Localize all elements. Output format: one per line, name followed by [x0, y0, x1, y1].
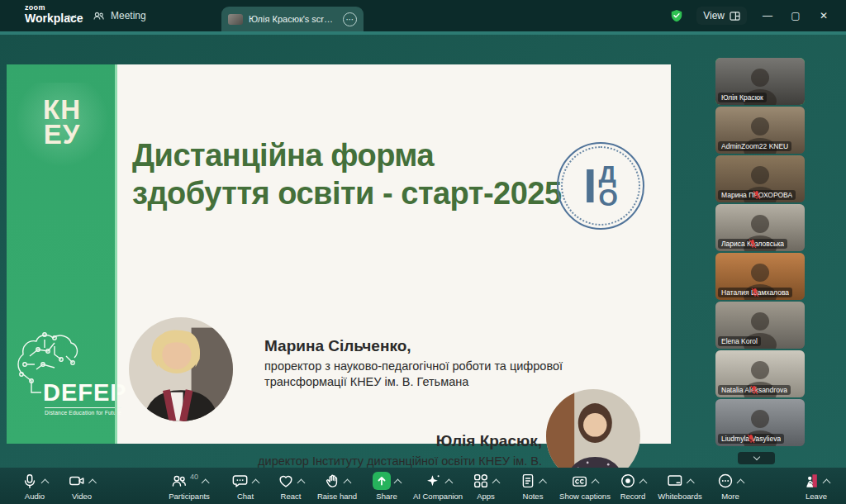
- participant-name: Юлія Красюк: [721, 93, 763, 102]
- toolbar-item-more[interactable]: More: [717, 472, 744, 501]
- defep-name: DEFEP: [43, 379, 127, 407]
- toolbar-item-notes[interactable]: Notes: [520, 472, 546, 501]
- toolbar-label-video: Video: [69, 492, 96, 501]
- heart-icon: [278, 473, 294, 489]
- participant-tile[interactable]: Elena Korol: [715, 302, 805, 349]
- mic-muted-icon: [718, 239, 787, 249]
- more-dots-icon: [717, 473, 734, 489]
- toolbar-item-react[interactable]: React: [278, 472, 304, 501]
- notes-doc-icon: [520, 473, 536, 489]
- kneu-logo: КН ЕУ: [7, 83, 117, 166]
- participant-tile[interactable]: Юлія Красюк: [715, 58, 805, 105]
- participant-name: Elena Korol: [721, 337, 758, 345]
- chevron-up-icon[interactable]: [737, 478, 745, 487]
- toolbar-label-share: Share: [373, 492, 401, 501]
- people-icon: [93, 10, 105, 22]
- collapse-thumbnails-button[interactable]: [738, 452, 775, 464]
- shared-screen-slide: КН ЕУ DEFEP Distance Education for Futur…: [7, 64, 671, 444]
- people-icon: [170, 473, 188, 489]
- toolbar-item-raise-hand[interactable]: Raise hand: [317, 472, 357, 501]
- tab-screen-share-label: Юлія Красюк's screen: [249, 14, 337, 24]
- leave-door-icon: [803, 473, 820, 489]
- chevron-up-icon[interactable]: [88, 478, 97, 487]
- chevron-up-icon[interactable]: [252, 478, 260, 487]
- tab-meeting[interactable]: Meeting: [93, 0, 146, 31]
- toolbar-item-apps[interactable]: Apps: [473, 472, 499, 501]
- participants-panel: Юлія Красюк AdminZoom22 KNEU: [715, 58, 805, 446]
- chevron-down-icon: [753, 454, 759, 460]
- toolbar-label-audio: Audio: [21, 492, 48, 501]
- apps-grid-icon: [473, 473, 489, 489]
- participant-tile[interactable]: AdminZoom22 KNEU: [715, 107, 805, 154]
- participant-tile[interactable]: Liudmyla Vasylieva: [715, 399, 805, 446]
- participants-count-badge: 40: [190, 473, 198, 481]
- view-button[interactable]: View: [696, 7, 747, 25]
- speaker-name: Юлія Красюк,: [205, 432, 542, 450]
- chevron-up-icon[interactable]: [444, 478, 453, 487]
- toolbar-item-chat[interactable]: Chat: [232, 472, 259, 501]
- defep-logo: DEFEP Distance Education for Future: [12, 323, 131, 439]
- speaker-name: Марина Сільченко,: [264, 337, 570, 355]
- chevron-up-icon[interactable]: [297, 478, 306, 487]
- toolbar-label-record: Record: [620, 492, 646, 501]
- security-shield-icon[interactable]: [670, 9, 683, 23]
- participant-name: AdminZoom22 KNEU: [721, 142, 788, 150]
- whiteboard-icon: [667, 473, 684, 489]
- tab-meeting-label: Meeting: [111, 10, 146, 21]
- chevron-up-icon[interactable]: [394, 478, 402, 487]
- toolbar-label-participants: Participants: [169, 492, 210, 501]
- toolbar-label-react: React: [278, 492, 304, 501]
- chevron-up-icon[interactable]: [592, 478, 600, 487]
- speaker-photo-marina: [129, 317, 233, 421]
- participant-tile[interactable]: Марина ПРОХОРОВА: [715, 155, 805, 202]
- speaker-role: проректор з науково-педагогічної роботи …: [264, 359, 570, 390]
- meeting-toolbar: Audio Video 40 Participants Chat: [0, 468, 846, 504]
- toolbar-item-ai-companion[interactable]: AI Companion: [413, 472, 463, 501]
- chevron-up-icon[interactable]: [539, 478, 547, 487]
- slide-green-panel: КН ЕУ DEFEP Distance Education for Futur…: [7, 64, 117, 444]
- tab-screen-share[interactable]: Юлія Красюк's screen ⋯: [221, 7, 364, 31]
- view-label: View: [703, 10, 725, 21]
- mic-muted-icon: [718, 434, 784, 444]
- participant-tile[interactable]: Natalia Aleksandrova: [715, 350, 805, 397]
- toolbar-label-leave: Leave: [803, 492, 829, 501]
- chevron-up-icon[interactable]: [343, 478, 351, 487]
- toolbar-item-whiteboards[interactable]: Whiteboards: [658, 472, 701, 501]
- kneu-logo-line2: ЕУ: [7, 122, 117, 147]
- speaker-block-marina: Марина Сільченко, проректор з науково-пе…: [264, 337, 570, 390]
- tab-options-button[interactable]: ⋯: [343, 12, 357, 26]
- chevron-up-icon[interactable]: [687, 478, 695, 487]
- camera-icon: [69, 473, 86, 489]
- chevron-up-icon[interactable]: [639, 478, 648, 487]
- ellipsis-icon: ⋯: [346, 15, 354, 24]
- participant-tile[interactable]: Лариса Козловська: [715, 204, 805, 251]
- mic-muted-icon: [718, 385, 791, 395]
- toolbar-label-chat: Chat: [232, 492, 259, 501]
- toolbar-item-share[interactable]: Share: [373, 472, 401, 501]
- chevron-up-icon[interactable]: [202, 478, 210, 487]
- chat-bubble-icon: [232, 473, 249, 489]
- zoom-window: zoom Workplace Meeting Юлія Красюк's scr…: [0, 0, 846, 504]
- toolbar-item-record[interactable]: Record: [620, 472, 646, 501]
- titlebar-accent-strip: [0, 31, 846, 35]
- toolbar-label-raise-hand: Raise hand: [317, 492, 357, 501]
- mic-muted-icon: [718, 288, 792, 297]
- close-button[interactable]: ✕: [816, 10, 831, 21]
- minimize-button[interactable]: —: [760, 10, 775, 21]
- toolbar-item-video[interactable]: Video: [69, 472, 96, 501]
- toolbar-item-participants[interactable]: 40 Participants: [169, 472, 210, 501]
- zoom-logo-text: zoom: [25, 4, 83, 12]
- slide-title: Дистанційна форма здобуття освіти - стар…: [132, 137, 570, 212]
- ido-logo: І Д О: [557, 142, 644, 230]
- chevron-up-icon[interactable]: [823, 478, 831, 487]
- toolbar-label-more: More: [717, 492, 744, 501]
- participant-tile[interactable]: Наталия Шамхалова: [715, 253, 805, 300]
- chevron-up-icon[interactable]: [492, 478, 501, 487]
- toolbar-label-whiteboards: Whiteboards: [658, 492, 701, 501]
- maximize-button[interactable]: ▢: [788, 10, 803, 21]
- chevron-up-icon[interactable]: [41, 478, 50, 487]
- defep-tagline: Distance Education for Future: [45, 407, 121, 416]
- toolbar-item-audio[interactable]: Audio: [21, 472, 48, 501]
- toolbar-item-captions[interactable]: Show captions: [559, 472, 611, 501]
- toolbar-item-leave[interactable]: Leave: [803, 472, 829, 501]
